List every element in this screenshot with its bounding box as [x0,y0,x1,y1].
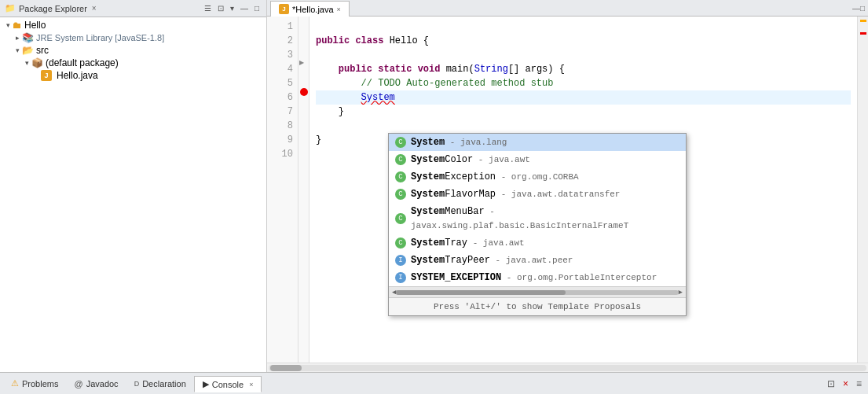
package-explorer-title: Package Explorer [19,4,87,13]
console-menu-button[interactable]: ≡ [853,377,865,391]
console-tab-close[interactable]: × [249,381,253,388]
overview-marker-error [860,32,866,35]
tree-item-src[interactable]: ▾ 📂 src [0,44,266,57]
tab-javadoc[interactable]: @ Javadoc [66,377,126,391]
autocomplete-item-4[interactable]: C SystemMenuBar - javax.swing.plaf.basic… [389,203,686,234]
autocomplete-text-7: SYSTEM_EXCEPTION - org.omg.PortableInter… [411,271,657,285]
autocomplete-scrollbar-area[interactable]: ◀ ▶ [389,286,686,297]
tab-console[interactable]: ▶ Console × [194,376,262,392]
tree-item-hello[interactable]: ▾ 🖿 Hello [0,19,266,31]
autocomplete-scrollbar-track[interactable] [396,290,678,295]
autocomplete-text-2: SystemException - org.omg.CORBA [411,170,579,184]
tree-label-jre: JRE System Library [JavaSE-1.8] [36,33,164,42]
java-file-icon: J [41,70,52,81]
problems-icon: ⚠ [11,378,19,388]
javadoc-icon: @ [74,379,82,388]
tab-problems-label: Problems [22,379,58,388]
tree-content: ▾ 🖿 Hello ▸ 📚 JRE System Library [JavaSE… [0,17,266,372]
tree-item-hello-java[interactable]: J Hello.java [0,69,266,82]
panel-title: 📁 Package Explorer × [5,3,97,13]
error-marker-line6 [300,87,308,98]
editor-panel: J *Hello.java × — □ 1 2 3 4 5 6 7 8 9 10 [267,0,868,372]
autocomplete-item-5[interactable]: C SystemTray - java.awt [389,234,686,252]
editor-tabs: J *Hello.java × — □ [267,0,868,17]
collapse-all-button[interactable]: ☰ [202,3,214,13]
autocomplete-icon-1: C [395,154,406,165]
package-explorer-icon: 📁 [5,3,16,13]
tree-item-default-package[interactable]: ▾ 📦 (default package) [0,57,266,69]
package-icon: 📦 [31,57,43,68]
tab-problems[interactable]: ⚠ Problems [3,376,66,391]
tree-arrow-src: ▾ [13,46,22,54]
tree-arrow-default-pkg: ▾ [22,59,31,67]
project-icon: 🖿 [13,20,22,31]
tree-label-default-package: (default package) [46,57,119,68]
package-explorer-panel: 📁 Package Explorer × ☰ ⊡ ▾ — □ ▾ 🖿 Hello [0,0,267,372]
declaration-icon: D [134,380,140,388]
autocomplete-text-0: System - java.lang [411,135,507,149]
tab-javadoc-label: Javadoc [86,379,119,388]
code-line-1 [316,20,851,34]
autocomplete-item-6[interactable]: I SystemTrayPeer - java.awt.peer [389,252,686,269]
library-icon: 📚 [22,32,34,43]
tree-label-hello: Hello [24,20,46,31]
java-file-icon-tab: J [279,4,289,14]
autocomplete-popup[interactable]: C System - java.lang C SystemColor - jav… [388,133,687,316]
autocomplete-item-7[interactable]: I SYSTEM_EXCEPTION - org.omg.PortableInt… [389,269,686,286]
scroll-right-icon[interactable]: ▶ [679,285,683,300]
editor-content[interactable]: 1 2 3 4 5 6 7 8 9 10 ▶ [267,17,868,363]
tab-close-button[interactable]: × [337,6,341,13]
hscroll-thumb[interactable] [270,365,302,371]
terminate-button[interactable]: × [840,377,852,391]
bottom-toolbar: ⊡ × ≡ [824,377,865,391]
tab-declaration[interactable]: D Declaration [126,377,194,391]
autocomplete-text-6: SystemTrayPeer - java.awt.peer [411,253,573,267]
overview-marker-warning [860,20,866,22]
console-icon: ▶ [203,379,209,389]
code-line-8 [316,119,851,133]
code-area[interactable]: public class Hello { public static void … [309,17,857,363]
autocomplete-icon-6: I [395,255,406,266]
tree-item-jre[interactable]: ▸ 📚 JRE System Library [JavaSE-1.8] [0,31,266,44]
close-icon[interactable]: × [92,4,97,13]
editor-hscroll[interactable] [267,363,868,372]
hscroll-track[interactable] [269,365,866,371]
autocomplete-item-3[interactable]: C SystemFlavorMap - java.awt.datatransfe… [389,186,686,203]
autocomplete-icon-3: C [395,189,406,200]
autocomplete-icon-0: C [395,137,406,148]
editor-right-gutter[interactable] [857,17,868,363]
autocomplete-scrollbar-thumb[interactable] [396,290,565,295]
panel-menu-button[interactable]: ▾ [228,3,236,13]
autocomplete-item-1[interactable]: C SystemColor - java.awt [389,151,686,168]
autocomplete-icon-2: C [395,171,406,182]
tree-arrow-hello: ▾ [3,21,13,29]
autocomplete-item-2[interactable]: C SystemException - org.omg.CORBA [389,168,686,186]
autocomplete-text-4: SystemMenuBar - javax.swing.plaf.basic.B… [411,204,679,233]
autocomplete-text-1: SystemColor - java.awt [411,153,530,167]
code-line-2: public class Hello { [316,34,851,48]
link-with-editor-button[interactable]: ⊡ [215,3,226,13]
code-line-6: System [316,90,851,105]
src-folder-icon: 📂 [22,45,34,56]
panel-header: 📁 Package Explorer × ☰ ⊡ ▾ — □ [0,0,266,17]
code-line-3 [316,48,851,62]
line-numbers: 1 2 3 4 5 6 7 8 9 10 [267,17,298,363]
tab-console-label: Console [212,380,244,389]
maximize-button[interactable]: □ [252,3,262,13]
editor-maximize-button[interactable]: □ [860,4,865,13]
minimize-button[interactable]: — [238,3,251,13]
autocomplete-icon-5: C [395,238,406,249]
tree-label-src: src [36,45,49,56]
line-gutter: ▶ [298,17,309,363]
tab-label: *Hello.java [292,5,334,14]
autocomplete-text-3: SystemFlavorMap - java.awt.datatransfer [411,187,620,201]
autocomplete-list: C System - java.lang C SystemColor - jav… [389,134,686,286]
tree-label-hello-java: Hello.java [57,70,98,81]
autocomplete-icon-7: I [395,272,406,283]
breakpoint-arrow-line4: ▶ [299,59,304,66]
open-console-button[interactable]: ⊡ [824,377,838,391]
autocomplete-item-0[interactable]: C System - java.lang [389,134,686,151]
editor-minimize-button[interactable]: — [852,4,860,13]
editor-tab-hello-java[interactable]: J *Hello.java × [270,1,350,17]
tree-arrow-jre: ▸ [13,34,22,42]
